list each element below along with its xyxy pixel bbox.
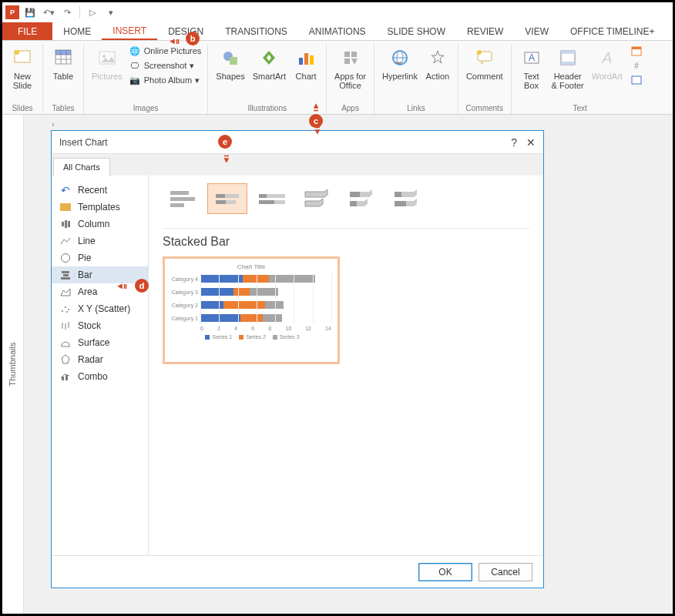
svg-point-1 [15,50,19,55]
svg-point-36 [66,311,68,313]
date-time-button[interactable] [629,44,644,58]
pictures-icon [95,45,119,70]
chart-label: Chart [296,72,317,81]
cat-recent[interactable]: Recent [52,182,148,199]
thumbnails-pane[interactable]: Thumbnails [2,115,24,614]
dialog-footer: OK Cancel [52,555,543,588]
dialog-help-button[interactable]: ? [511,136,517,149]
action-icon [425,45,450,70]
svg-rect-7 [55,50,71,55]
subtype-3d-clustered-bar[interactable] [297,183,337,214]
dialog-tabs: All Charts [52,154,543,176]
photo-album-button[interactable]: 📷Photo Album ▾ [127,73,203,87]
chart-preview[interactable]: Chart Title Category 4Category 3Category… [163,256,340,364]
preview-category-label: Category 4 [171,276,200,282]
svg-point-22 [477,50,482,55]
customize-qat-icon[interactable]: ▾ [103,5,119,20]
table-icon [51,45,76,70]
cat-stock-label: Stock [78,320,101,331]
subtype-stacked-bar[interactable] [207,183,247,214]
separator [79,6,80,18]
tab-file[interactable]: FILE [2,22,52,40]
dialog-tab-all-charts[interactable]: All Charts [53,158,110,176]
undo-icon[interactable]: ↶▾ [41,5,56,20]
header-footer-button[interactable]: Header & Footer [549,44,587,92]
group-illustrations-label: Illustrations [213,102,321,114]
cat-combo[interactable]: Combo [52,368,148,385]
save-icon[interactable]: 💾 [22,5,38,20]
slide-number-icon: # [630,59,643,72]
tab-home[interactable]: HOME [52,22,102,40]
tab-office-timeline[interactable]: OFFICE TIMELINE+ [559,22,665,40]
tab-transitions[interactable]: TRANSITIONS [214,22,298,40]
comment-button[interactable]: Comment [463,44,506,82]
subtype-3d-stacked-bar[interactable] [341,183,381,214]
cat-surface[interactable]: Surface [52,334,148,351]
cat-templates-label: Templates [78,202,120,213]
area-icon [59,286,72,297]
cat-line[interactable]: Line [52,233,148,249]
wordart-icon: A [595,45,620,70]
preview-category-label: Category 2 [171,303,200,308]
cat-area[interactable]: Area [52,283,148,300]
dialog-close-button[interactable]: ✕ [526,136,536,149]
cat-stock[interactable]: Stock [52,317,148,334]
chart-button[interactable]: Chart [290,44,321,82]
cat-bar[interactable]: Bar [52,266,148,283]
cat-radar[interactable]: Radar [52,351,148,368]
templates-icon [59,202,72,213]
cat-scatter-label: X Y (Scatter) [78,303,130,314]
action-button[interactable]: Action [422,44,453,82]
recent-icon [59,185,72,196]
online-pictures-icon: 🌐 [129,45,141,57]
callout-e: e [218,135,232,149]
ribbon-tabs: FILE HOME INSERT DESIGN TRANSITIONS ANIM… [2,22,673,41]
redo-icon[interactable]: ↷ [59,5,75,20]
svg-rect-32 [632,76,641,84]
table-button[interactable]: Table [48,44,79,82]
cat-surface-label: Surface [78,337,109,348]
screenshot-icon: 🖵 [129,59,141,72]
online-pictures-button[interactable]: 🌐Online Pictures [127,44,203,58]
thumbnails-label: Thumbnails [8,343,18,387]
screenshot-button[interactable]: 🖵Screenshot ▾ [127,59,203,72]
smartart-icon [257,45,281,70]
group-comments: Comment Comments [458,44,512,114]
cat-column[interactable]: Column [52,216,148,233]
: Hyperlink Action Links [374,44,458,114]
hyperlink-button[interactable]: Hyperlink [379,44,421,82]
object-button[interactable] [629,73,644,87]
tab-insert[interactable]: INSERT [102,22,157,40]
start-from-beginning-icon[interactable]: ▷ [85,5,100,20]
text-box-button[interactable]: A Text Box [516,44,547,92]
cat-pie-label: Pie [78,253,91,263]
group-comments-label: Comments [463,102,506,114]
pictures-button[interactable]: Pictures [89,44,126,82]
tab-view[interactable]: VIEW [514,22,559,40]
apps-for-office-button[interactable]: Apps for Office [331,44,369,92]
wordart-button[interactable]: A WordArt [589,44,626,82]
cat-templates[interactable]: Templates [52,199,148,216]
ok-button[interactable]: OK [418,563,472,581]
smartart-button[interactable]: SmartArt [250,44,289,82]
cat-pie[interactable]: Pie [52,249,148,266]
slide-number-button[interactable]: # [629,59,644,72]
tab-animations[interactable]: ANIMATIONS [298,22,377,40]
svg-rect-27 [561,62,575,65]
svg-point-35 [68,309,69,310]
shapes-button[interactable]: Shapes [213,44,247,82]
cancel-button[interactable]: Cancel [479,563,532,581]
expand-thumbnails-icon[interactable]: › [52,119,55,129]
subtype-100-stacked-bar[interactable] [252,183,292,214]
pictures-label: Pictures [92,72,123,81]
tab-review[interactable]: REVIEW [456,22,514,40]
group-tables: Table Tables [43,44,84,114]
comment-icon [472,45,497,70]
tab-slideshow[interactable]: SLIDE SHOW [377,22,456,40]
callout-c: c [309,114,323,128]
subtype-clustered-bar[interactable] [163,183,203,214]
subtype-3d-100-stacked-bar[interactable] [386,183,426,214]
cat-scatter[interactable]: X Y (Scatter) [52,300,148,317]
new-slide-button[interactable]: New Slide [7,44,38,92]
preview-category-label: Category 3 [171,290,200,295]
